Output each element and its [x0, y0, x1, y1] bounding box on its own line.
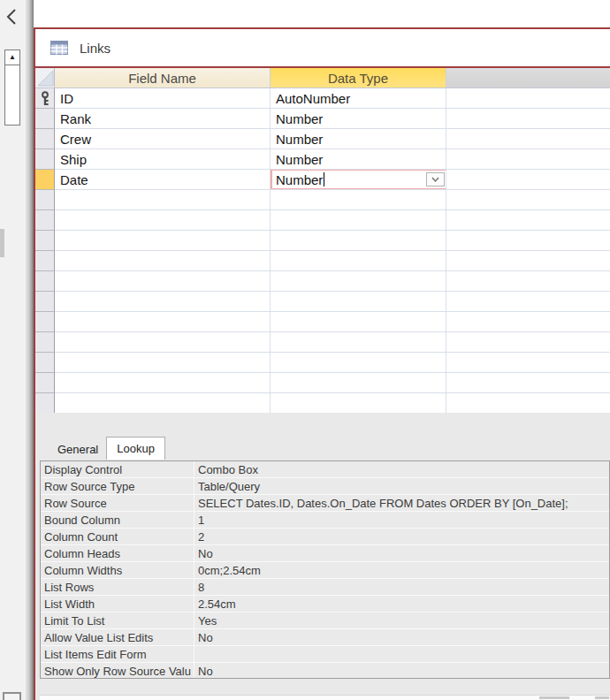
description-cell[interactable]	[446, 109, 610, 129]
data-type-cell[interactable]: Number	[271, 109, 446, 129]
row-selector[interactable]	[35, 312, 55, 332]
description-cell[interactable]	[446, 149, 610, 170]
property-value[interactable]: 2.54cm	[194, 596, 609, 612]
property-value[interactable]: SELECT Dates.ID, Dates.On_Date FROM Date…	[194, 495, 609, 511]
document-tab-links[interactable]: Links	[35, 41, 111, 56]
row-selector[interactable]	[35, 271, 55, 292]
row-selector-rank[interactable]	[35, 109, 55, 129]
combobox-dropdown-button[interactable]	[426, 172, 445, 186]
data-type-cell[interactable]	[271, 292, 446, 312]
row-selector[interactable]	[35, 353, 55, 373]
collapse-pane-button[interactable]	[3, 6, 22, 27]
field-name-cell[interactable]: Ship	[55, 149, 271, 170]
row-selector-id[interactable]	[35, 88, 55, 109]
description-cell[interactable]	[446, 312, 610, 332]
field-name-cell[interactable]	[55, 353, 271, 373]
data-type-cell[interactable]	[271, 271, 446, 292]
property-tabs: General Lookup	[50, 437, 165, 460]
data-type-cell[interactable]	[271, 210, 446, 231]
description-cell[interactable]	[446, 88, 610, 109]
horizontal-scrollbar-area[interactable]	[40, 695, 610, 700]
data-type-cell[interactable]	[271, 332, 446, 353]
data-type-cell[interactable]	[271, 353, 446, 373]
row-selector[interactable]	[35, 332, 55, 353]
field-name-cell[interactable]	[55, 251, 271, 271]
data-type-cell[interactable]	[271, 373, 446, 393]
left-rail: ▲	[0, 0, 26, 700]
description-cell[interactable]	[446, 292, 610, 312]
field-name-cell[interactable]	[55, 373, 271, 393]
property-value[interactable]: 2	[194, 529, 609, 544]
select-all-triangle-icon	[35, 68, 55, 88]
field-name-cell[interactable]	[55, 312, 271, 332]
data-type-cell[interactable]	[271, 231, 446, 251]
tab-general[interactable]: General	[50, 441, 106, 460]
data-type-cell[interactable]	[271, 312, 446, 332]
property-label: Row Source	[41, 495, 194, 511]
data-type-cell[interactable]	[271, 190, 446, 210]
property-label: Column Widths	[41, 562, 194, 578]
scrollbar-thumb[interactable]	[4, 65, 20, 126]
description-cell[interactable]	[446, 373, 610, 393]
property-value[interactable]: No	[194, 629, 609, 645]
row-selector[interactable]	[35, 190, 55, 210]
field-name-cell[interactable]: Crew	[55, 129, 271, 149]
row-selector[interactable]	[35, 393, 55, 414]
tab-lookup[interactable]: Lookup	[106, 437, 165, 460]
description-cell[interactable]	[446, 251, 610, 271]
row-selector[interactable]	[35, 210, 55, 231]
field-name-cell[interactable]	[55, 292, 271, 312]
property-value[interactable]: No	[194, 663, 609, 679]
property-row: Column HeadsNo	[41, 545, 609, 562]
data-type-cell[interactable]	[271, 393, 446, 414]
property-row: Display ControlCombo Box	[41, 461, 609, 478]
select-all-cell[interactable]	[35, 68, 55, 88]
field-name-cell[interactable]: Rank	[55, 109, 271, 129]
property-value[interactable]: Combo Box	[194, 461, 609, 477]
data-type-combobox[interactable]: Number	[271, 170, 446, 190]
field-name-cell[interactable]	[55, 190, 271, 210]
scroll-up-icon[interactable]: ▲	[4, 49, 20, 65]
field-name-cell[interactable]	[55, 271, 271, 292]
description-cell[interactable]	[446, 332, 610, 353]
description-cell[interactable]	[446, 231, 610, 251]
row-selector[interactable]	[35, 292, 55, 312]
property-value[interactable]: Yes	[194, 612, 609, 628]
description-cell[interactable]	[446, 190, 610, 210]
field-name-cell[interactable]	[55, 393, 271, 414]
property-value[interactable]: No	[194, 545, 609, 561]
document-tab-bar: Links	[35, 29, 610, 66]
row-selector-date-current[interactable]	[35, 170, 55, 190]
property-value[interactable]: 0cm;2.54cm	[194, 562, 609, 578]
data-type-cell[interactable]: Number	[271, 149, 446, 170]
field-name-cell[interactable]: ID	[55, 88, 271, 109]
scrollbar-button-partial[interactable]	[3, 692, 21, 700]
description-cell[interactable]	[446, 210, 610, 231]
field-name-cell[interactable]	[55, 231, 271, 251]
property-value[interactable]: 1	[194, 512, 609, 528]
pane-splitter[interactable]	[26, 0, 34, 700]
property-value[interactable]: Table/Query	[194, 478, 609, 494]
property-value[interactable]	[194, 646, 609, 662]
row-selector[interactable]	[35, 251, 55, 271]
field-name-cell[interactable]	[55, 210, 271, 231]
property-label: List Items Edit Form	[41, 646, 194, 662]
vertical-scrollbar[interactable]: ▲	[4, 49, 20, 126]
description-cell[interactable]	[446, 393, 610, 414]
row-selector[interactable]	[35, 373, 55, 393]
data-type-cell[interactable]	[271, 251, 446, 271]
field-row-crew: Crew Number	[35, 129, 610, 149]
property-row: List Width2.54cm	[41, 596, 609, 612]
row-selector-ship[interactable]	[35, 149, 55, 170]
description-cell[interactable]	[446, 170, 610, 190]
description-cell[interactable]	[446, 353, 610, 373]
field-name-cell[interactable]	[55, 332, 271, 353]
description-cell[interactable]	[446, 129, 610, 149]
data-type-cell[interactable]: Number	[271, 129, 446, 149]
property-value[interactable]: 8	[194, 579, 609, 595]
data-type-cell[interactable]: AutoNumber	[271, 88, 446, 109]
row-selector[interactable]	[35, 231, 55, 251]
description-cell[interactable]	[446, 271, 610, 292]
field-name-cell[interactable]: Date	[55, 170, 271, 190]
row-selector-crew[interactable]	[35, 129, 55, 149]
